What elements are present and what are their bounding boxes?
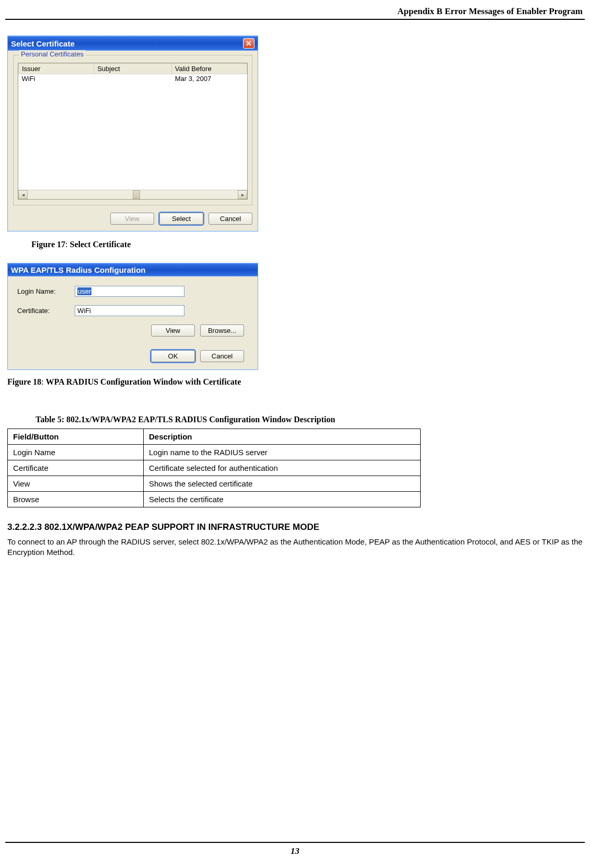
- dialog1-titlebar[interactable]: Select Certificate ✕: [8, 36, 258, 51]
- close-icon[interactable]: ✕: [243, 38, 254, 49]
- cancel-button[interactable]: Cancel: [200, 350, 244, 362]
- cell-field: Login Name: [8, 445, 144, 460]
- cell-field: View: [8, 476, 144, 492]
- table-row: Login Name Login name to the RADIUS serv…: [8, 445, 421, 460]
- table-row[interactable]: [19, 145, 247, 154]
- table-row[interactable]: [19, 119, 247, 128]
- body-text: To connect to an AP through the RADIUS s…: [7, 537, 585, 558]
- table-row[interactable]: [19, 92, 247, 101]
- certificate-label: Certificate:: [17, 307, 75, 315]
- table-row[interactable]: [19, 154, 247, 163]
- col-valid-before[interactable]: Valid Before: [171, 64, 247, 74]
- col-subject[interactable]: Subject: [94, 64, 172, 74]
- cell-issuer: WiFi: [19, 74, 94, 84]
- table5-caption: Table 5: 802.1x/WPA/WPA2 EAP/TLS RADIUS …: [36, 415, 585, 424]
- browse-button[interactable]: Browse...: [200, 325, 244, 337]
- cell-subject: [94, 74, 172, 84]
- table-row[interactable]: [19, 101, 247, 110]
- dialog2-titlebar[interactable]: WPA EAP/TLS Radius Configuration: [8, 263, 258, 276]
- dialog2-title: WPA EAP/TLS Radius Configuration: [11, 265, 146, 274]
- table-row: Certificate Certificate selected for aut…: [8, 460, 421, 476]
- page-header: Appendix B Error Messages of Enabler Pro…: [5, 6, 585, 20]
- login-name-input[interactable]: user: [75, 286, 184, 297]
- table-row: Browse Selects the certificate: [8, 492, 421, 507]
- table-row: View Shows the selected certificate: [8, 476, 421, 492]
- th-field: Field/Button: [8, 429, 144, 445]
- groupbox-legend: Personal Certificates: [19, 50, 86, 58]
- figure17-caption: Figure 17: Select Certificate: [31, 240, 585, 249]
- table-row[interactable]: [19, 110, 247, 119]
- cell-desc: Certificate selected for authentication: [144, 460, 421, 476]
- cancel-button[interactable]: Cancel: [209, 213, 252, 225]
- description-table: Field/Button Description Login Name Logi…: [7, 429, 421, 507]
- certificate-table[interactable]: Issuer Subject Valid Before WiFi Mar 3, …: [18, 63, 247, 190]
- ok-button[interactable]: OK: [151, 350, 195, 362]
- certificate-input[interactable]: WiFi: [75, 305, 184, 316]
- cell-field: Certificate: [8, 460, 144, 476]
- table-row[interactable]: [19, 181, 247, 190]
- cell-desc: Login name to the RADIUS server: [144, 445, 421, 460]
- table-row[interactable]: [19, 172, 247, 181]
- section-heading: 3.2.2.2.3 802.1X/WPA/WPA2 PEAP SUPPORT I…: [7, 522, 585, 533]
- dialog1-title: Select Certificate: [11, 39, 75, 48]
- view-button[interactable]: View: [151, 325, 195, 337]
- table-row[interactable]: [19, 163, 247, 172]
- horizontal-scrollbar[interactable]: ◂ ▸: [18, 190, 247, 199]
- cell-desc: Shows the selected certificate: [144, 476, 421, 492]
- page-number: 13: [5, 842, 585, 857]
- scroll-thumb[interactable]: [133, 190, 140, 199]
- table-row[interactable]: [19, 128, 247, 136]
- cell-valid-before: Mar 3, 2007: [171, 74, 247, 84]
- view-button[interactable]: View: [110, 213, 154, 225]
- cell-field: Browse: [8, 492, 144, 507]
- table-row[interactable]: [19, 136, 247, 145]
- figure18-caption: Figure 18: WPA RADIUS Configuration Wind…: [7, 377, 585, 387]
- personal-certificates-group: Personal Certificates Issuer Subject Val…: [13, 55, 252, 205]
- table-row[interactable]: WiFi Mar 3, 2007: [19, 74, 247, 84]
- th-desc: Description: [144, 429, 421, 445]
- login-name-label: Login Name:: [17, 287, 75, 295]
- select-certificate-dialog: Select Certificate ✕ Personal Certificat…: [7, 36, 258, 232]
- scroll-right-icon[interactable]: ▸: [238, 190, 247, 199]
- scroll-left-icon[interactable]: ◂: [18, 190, 28, 199]
- table-row[interactable]: [19, 83, 247, 92]
- select-button[interactable]: Select: [159, 213, 203, 225]
- wpa-radius-dialog: WPA EAP/TLS Radius Configuration Login N…: [7, 263, 258, 370]
- cell-desc: Selects the certificate: [144, 492, 421, 507]
- col-issuer[interactable]: Issuer: [19, 64, 94, 74]
